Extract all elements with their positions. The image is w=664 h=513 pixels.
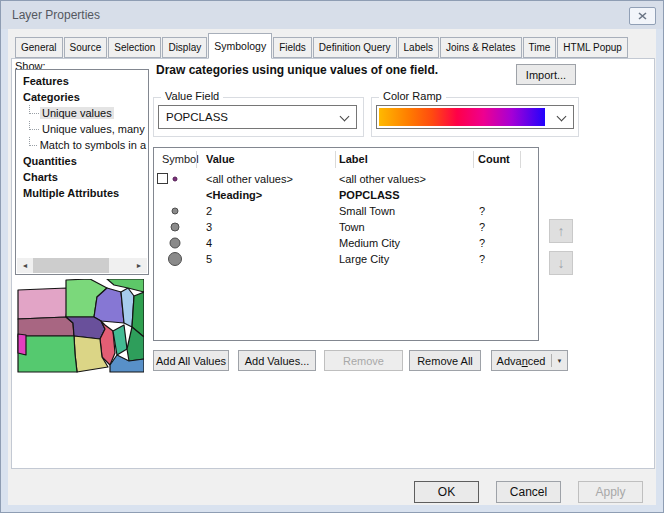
table-rows: <all other values><all other values><Hea… xyxy=(154,171,538,267)
show-tree-item[interactable]: Match to symbols in a xyxy=(16,137,148,153)
tab-source[interactable]: Source xyxy=(64,37,108,58)
tab-html-popup[interactable]: HTML Popup xyxy=(557,37,628,58)
close-button[interactable] xyxy=(629,7,656,25)
tree-item-label: Features xyxy=(21,75,71,87)
tree-item-label: Match to symbols in a xyxy=(38,139,148,151)
tree-horizontal-scrollbar[interactable]: ◄ ► xyxy=(17,258,147,273)
symbol-cell xyxy=(156,171,190,187)
tab-fields[interactable]: Fields xyxy=(273,37,312,58)
column-header-value: Value xyxy=(206,153,235,165)
show-tree-item[interactable]: Quantities xyxy=(16,153,148,169)
state-pink xyxy=(18,288,68,319)
value-cell: <all other values> xyxy=(206,173,293,185)
state-magenta xyxy=(18,334,26,355)
state-mauve xyxy=(18,317,74,336)
label-cell: POPCLASS xyxy=(339,189,400,201)
tab-time[interactable]: Time xyxy=(523,37,557,58)
count-cell: ? xyxy=(479,237,485,249)
tab-display[interactable]: Display xyxy=(162,37,207,58)
draw-categories-heading: Draw categories using unique values of o… xyxy=(156,63,438,77)
color-ramp-gradient xyxy=(379,108,545,126)
table-row[interactable]: <all other values><all other values> xyxy=(154,171,538,187)
advanced-button[interactable]: Advanced ▼ xyxy=(491,350,568,371)
value-cell: 5 xyxy=(206,253,212,265)
value-cell: 2 xyxy=(206,205,212,217)
show-tree-item[interactable]: Categories xyxy=(16,89,148,105)
titlebar: Layer Properties xyxy=(1,1,663,29)
tab-symbology[interactable]: Symbology xyxy=(208,33,272,59)
button-divider xyxy=(551,354,552,367)
show-tree-item[interactable]: Features xyxy=(16,73,148,89)
header-divider xyxy=(473,151,474,168)
color-ramp-dropdown[interactable] xyxy=(376,105,574,129)
scroll-left-icon[interactable]: ◄ xyxy=(17,258,33,273)
scroll-right-icon[interactable]: ► xyxy=(131,258,147,273)
advanced-label: ced xyxy=(528,355,546,367)
move-down-button[interactable]: ↓ xyxy=(549,251,573,275)
tab-joins-relates[interactable]: Joins & Relates xyxy=(440,37,521,58)
ok-button[interactable]: OK xyxy=(414,481,479,503)
table-row[interactable]: <Heading>POPCLASS xyxy=(154,187,538,203)
label-cell: Town xyxy=(339,221,365,233)
close-icon xyxy=(638,12,647,20)
show-tree[interactable]: FeaturesCategoriesUnique valuesUnique va… xyxy=(15,69,149,275)
show-tree-item[interactable]: Multiple Attributes xyxy=(16,185,148,201)
state-green-bottom xyxy=(18,336,77,372)
header-divider xyxy=(335,151,336,168)
tree-branch-line xyxy=(29,105,39,114)
show-tree-item[interactable]: Unique values, many xyxy=(16,121,148,137)
point-symbol-icon xyxy=(171,223,180,232)
tree-item-label: Charts xyxy=(21,171,60,183)
table-row[interactable]: 3Town? xyxy=(154,219,538,235)
table-row[interactable]: 5Large City? xyxy=(154,251,538,267)
point-symbol-icon xyxy=(173,177,178,182)
value-cell: <Heading> xyxy=(206,189,262,201)
symbol-cell xyxy=(156,219,190,235)
value-field-dropdown[interactable]: POPCLASS xyxy=(158,105,357,129)
scrollbar-thumb[interactable] xyxy=(33,258,109,273)
tree-branch-line xyxy=(29,137,37,146)
window-title: Layer Properties xyxy=(12,8,100,22)
symbol-cell xyxy=(156,187,190,203)
tree-item-label: Unique values xyxy=(40,107,114,119)
label-cell: Small Town xyxy=(339,205,395,217)
add-all-values-button[interactable]: Add All Values xyxy=(153,350,229,371)
point-symbol-icon xyxy=(170,238,181,249)
symbol-checkbox[interactable] xyxy=(157,173,168,184)
tree-item-label: Categories xyxy=(21,91,82,103)
count-cell: ? xyxy=(479,221,485,233)
add-values-button[interactable]: Add Values... xyxy=(238,350,316,371)
table-row[interactable]: 4Medium City? xyxy=(154,235,538,251)
column-header-label: Label xyxy=(339,153,368,165)
point-symbol-icon xyxy=(168,252,182,266)
show-tree-item[interactable]: Unique values xyxy=(16,105,148,121)
header-divider xyxy=(520,151,521,168)
tab-labels[interactable]: Labels xyxy=(398,37,439,58)
color-ramp-label: Color Ramp xyxy=(379,90,446,102)
remove-all-button[interactable]: Remove All xyxy=(409,350,481,371)
label-cell: <all other values> xyxy=(339,173,426,185)
tree-branch-line xyxy=(29,121,39,130)
advanced-label: Adva xyxy=(497,355,522,367)
tree-item-label: Unique values, many xyxy=(40,123,147,135)
tab-selection[interactable]: Selection xyxy=(108,37,161,58)
remove-button[interactable]: Remove xyxy=(324,350,403,371)
point-symbol-icon xyxy=(172,208,179,215)
import-button[interactable]: Import... xyxy=(516,64,576,85)
header-divider xyxy=(196,151,197,168)
symbol-cell xyxy=(156,251,190,267)
tab-general[interactable]: General xyxy=(15,37,63,58)
tab-definition-query[interactable]: Definition Query xyxy=(313,37,397,58)
symbol-cell xyxy=(156,203,190,219)
label-cell: Medium City xyxy=(339,237,400,249)
count-cell: ? xyxy=(479,253,485,265)
unique-values-table[interactable]: Symbol Value Label Count <all other valu… xyxy=(153,147,539,341)
cancel-button[interactable]: Cancel xyxy=(496,481,561,503)
apply-button[interactable]: Apply xyxy=(578,481,643,503)
tree-item-label: Quantities xyxy=(21,155,79,167)
show-tree-item[interactable]: Charts xyxy=(16,169,148,185)
value-field-label: Value Field xyxy=(161,90,223,102)
move-up-button[interactable]: ↑ xyxy=(549,219,573,243)
layer-properties-dialog: Layer Properties GeneralSourceSelectionD… xyxy=(0,0,664,513)
table-row[interactable]: 2Small Town? xyxy=(154,203,538,219)
